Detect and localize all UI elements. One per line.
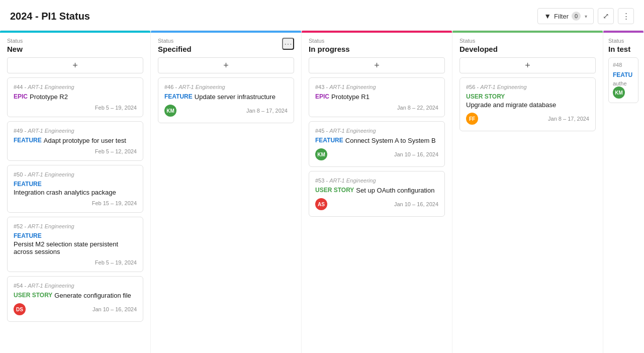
filter-count: 0 [572,12,581,21]
card-date: Feb 5 – 12, 2024 [95,148,137,154]
card-footer: AS Jan 10 – 16, 2024 [315,198,438,210]
add-card-button[interactable]: + [7,57,143,73]
card-meta: #56 - ART-1 Engineering [466,84,589,90]
card-title: Update server infrastructure [195,93,275,101]
avatar: DS [14,303,26,315]
column-header: Status Specified ⋯ [151,33,301,53]
avatar: KM [315,148,327,160]
card-date: Jan 8 – 22, 2024 [397,105,438,111]
partial-card-title: authe [613,80,634,86]
add-card-button[interactable]: + [158,57,294,73]
table-row[interactable]: #45 - ART-1 Engineering FEATURE Connect … [309,121,445,167]
table-row[interactable]: #52 - ART-1 Engineering FEATURE Persist … [7,217,143,272]
card-date: Jan 10 – 16, 2024 [93,306,137,312]
filter-icon: ▼ [544,12,551,20]
card-type-row: USER STORY Set up OAuth configuration [315,187,438,194]
header-controls: ▼ Filter 0 ▾ ⤢ ⋮ [537,8,634,24]
card-meta: #54 - ART-1 Engineering [14,283,137,289]
table-row[interactable]: #49 - ART-1 Engineering FEATURE Adapt pr… [7,121,143,161]
column-header: Status Developed [452,33,603,53]
card-type-row: FEATURE Persist M2 selection state persi… [14,232,137,255]
board: Status New + #44 - ART-1 Engineering EPI… [0,31,644,353]
column-status-label: Status [158,38,192,44]
chevron-down-icon: ▾ [585,14,587,19]
card-footer: FF Jan 8 – 17, 2024 [466,113,589,125]
column-dots-button[interactable]: ⋯ [282,38,294,50]
card-footer: DS Jan 10 – 16, 2024 [14,303,137,315]
card-title: Prototype R1 [331,93,370,101]
page-title: 2024 - PI1 Status [10,11,90,22]
card-title: Generate configuration file [54,292,131,299]
add-card-button[interactable]: + [459,57,596,73]
card-date: Feb 5 – 19, 2024 [95,259,137,266]
partial-status-label: Status [608,38,638,44]
avatar: KM [164,105,176,117]
card-footer: KM Jan 8 – 17, 2024 [164,105,288,117]
expand-button[interactable]: ⤢ [598,8,614,24]
table-row[interactable]: #43 - ART-1 Engineering EPIC Prototype R… [309,77,445,117]
card-meta: #53 - ART-1 Engineering [315,178,438,184]
add-card-button[interactable]: + [309,57,445,73]
table-row[interactable]: #44 - ART-1 Engineering EPIC Prototype R… [7,77,143,117]
card-footer: Feb 5 – 19, 2024 [14,105,137,111]
avatar: AS [315,198,327,210]
avatar: FF [466,113,478,125]
card-type-row: EPIC Prototype R1 [315,93,438,101]
card-type-row: USER STORY Upgrade and migrate database [466,93,589,109]
column-status-label: Status [7,38,23,44]
column-status-label: Status [309,38,350,44]
card-date: Jan 10 – 16, 2024 [394,151,438,157]
card-title: Connect System A to System B [345,137,436,144]
card-type-badge: FEATURE [14,181,42,188]
card-type-badge: USER STORY [315,187,354,194]
card-type-badge: USER STORY [466,93,505,100]
card-type-row: USER STORY Generate configuration file [14,292,137,299]
card-footer: Feb 5 – 12, 2024 [14,148,137,154]
more-button[interactable]: ⋮ [618,8,634,24]
expand-icon: ⤢ [603,12,609,21]
card-date: Feb 5 – 19, 2024 [95,105,137,111]
column-specified: Status Specified ⋯ + #46 - ART-1 Enginee… [151,31,302,353]
card-type-row: FEATURE Adapt prototype for user test [14,137,137,144]
card-date: Jan 8 – 17, 2024 [548,116,589,122]
card-meta: #45 - ART-1 Engineering [315,128,438,134]
card-type-badge: FEATURE [14,137,42,144]
card-type-row: FEATURE Integration crash analytics pack… [14,181,137,196]
partial-card-type: FEATU [613,71,632,78]
table-row[interactable]: #56 - ART-1 Engineering USER STORY Upgra… [459,77,596,131]
table-row[interactable]: #46 - ART-1 Engineering FEATURE Update s… [158,77,294,123]
card-footer: Jan 8 – 22, 2024 [315,105,438,111]
table-row[interactable]: #50 - ART-1 Engineering FEATURE Integrat… [7,165,143,213]
card-type-badge: FEATURE [164,93,193,100]
partial-header: Status In test [603,33,643,53]
card-type-badge: EPIC [14,93,28,100]
card-type-badge: USER STORY [14,292,52,299]
card-meta: #49 - ART-1 Engineering [14,128,137,134]
table-row[interactable]: #53 - ART-1 Engineering USER STORY Set u… [309,171,445,217]
table-row[interactable]: #54 - ART-1 Engineering USER STORY Gener… [7,276,143,322]
filter-button[interactable]: ▼ Filter 0 ▾ [537,8,594,24]
partial-status-value: In test [608,45,638,53]
card-type-badge: FEATURE [14,232,42,239]
cards-container: #43 - ART-1 Engineering EPIC Prototype R… [302,77,452,353]
card-date: Feb 15 – 19, 2024 [92,200,137,206]
column-header: Status New [0,33,150,53]
card-title: Adapt prototype for user test [44,137,126,144]
partial-card[interactable]: #48 FEATU authe KM [608,57,638,103]
cards-container: #44 - ART-1 Engineering EPIC Prototype R… [0,77,150,353]
card-title: Integration crash analytics package [14,189,116,196]
card-meta: #46 - ART-1 Engineering [164,84,288,90]
card-type-row: FEATURE Connect System A to System B [315,137,438,144]
card-footer: KM Jan 10 – 16, 2024 [315,148,438,160]
card-footer: Feb 5 – 19, 2024 [14,259,137,266]
card-title: Set up OAuth configuration [356,187,434,194]
card-type-badge: FEATURE [315,137,343,144]
card-meta: #43 - ART-1 Engineering [315,84,438,90]
card-meta: #50 - ART-1 Engineering [14,171,137,178]
card-meta: #44 - ART-1 Engineering [14,84,137,90]
column-developed: Status Developed + #56 - ART-1 Engineeri… [452,31,603,353]
card-date: Jan 10 – 16, 2024 [394,201,438,207]
column-partial: Status In test #48 FEATU authe KM [603,31,643,353]
column-new: Status New + #44 - ART-1 Engineering EPI… [0,31,151,353]
card-type-row: FEATURE Update server infrastructure [164,93,288,101]
